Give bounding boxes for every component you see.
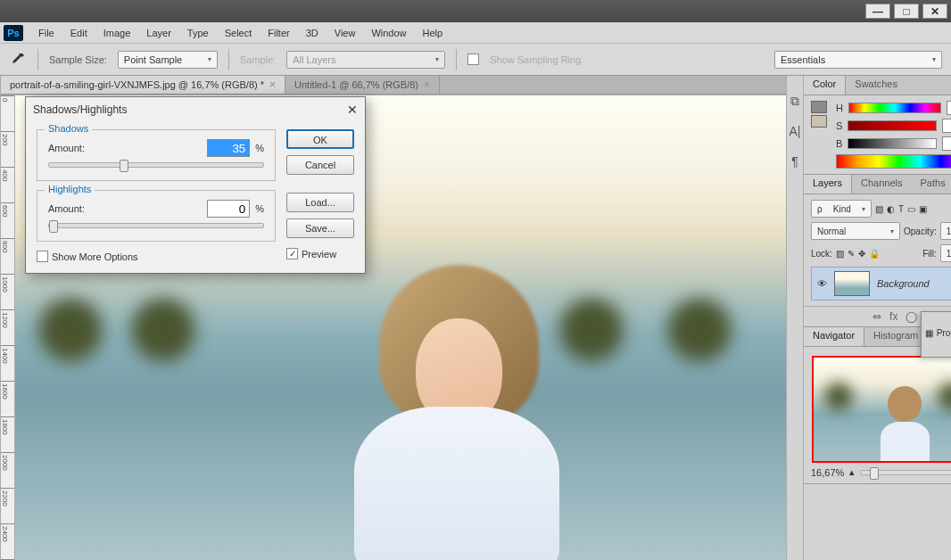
bri-slider[interactable] — [848, 138, 937, 149]
blend-mode-dropdown[interactable]: Normal▾ — [811, 222, 900, 240]
opacity-input[interactable]: 100%▾ — [940, 222, 951, 240]
tab-navigator[interactable]: Navigator — [804, 327, 864, 346]
menu-bar: Ps File Edit Image Layer Type Select Fil… — [0, 22, 951, 44]
tab-layers[interactable]: Layers — [804, 175, 852, 194]
nav-zoom-slider[interactable] — [860, 470, 951, 475]
mask-icon[interactable]: ◯ — [906, 310, 917, 323]
layer-thumbnail[interactable] — [834, 271, 870, 296]
eyedropper-icon[interactable] — [9, 51, 27, 69]
tab-channels[interactable]: Channels — [852, 175, 911, 194]
menu-3d[interactable]: 3D — [298, 26, 327, 40]
dialog-close-icon[interactable]: ✕ — [347, 103, 358, 117]
fx-icon[interactable]: fx — [889, 310, 897, 323]
save-button[interactable]: Save... — [286, 218, 354, 238]
tab-color[interactable]: Color — [804, 76, 846, 95]
filter-shape-icon[interactable]: ▭ — [907, 204, 915, 214]
menu-type[interactable]: Type — [179, 26, 217, 40]
bri-input[interactable] — [942, 136, 951, 151]
document-tab-active[interactable]: portrait-of-a-smiling-girl-VXNJMFS.jpg @… — [1, 76, 285, 94]
menu-edit[interactable]: Edit — [62, 26, 95, 40]
hue-input[interactable] — [947, 101, 951, 115]
tab-histogram[interactable]: Histogram — [864, 327, 927, 346]
shadows-legend: Shadows — [45, 123, 92, 134]
close-button[interactable]: ✕ — [922, 4, 947, 19]
fill-label: Fill: — [922, 249, 937, 259]
sat-input[interactable] — [942, 119, 951, 133]
sat-slider[interactable] — [848, 120, 937, 131]
shadows-amount-input[interactable] — [207, 139, 250, 157]
cancel-button[interactable]: Cancel — [286, 155, 354, 175]
link-icon[interactable]: ⇔ — [872, 310, 881, 323]
title-bar: — □ ✕ — [0, 0, 951, 22]
sample-size-dropdown[interactable]: Point Sample▾ — [118, 51, 218, 69]
panels: Color Swatches ▾≡ H° S% B% Layers — [803, 76, 951, 560]
highlights-slider[interactable] — [48, 223, 264, 228]
layers-panel: Layers Channels Paths ▾≡ ρ Kind▾ ▨ ◐ T ▭… — [804, 175, 951, 327]
character-icon[interactable]: A| — [787, 124, 803, 140]
zoom-out-icon[interactable]: ▴ — [849, 466, 855, 478]
menu-filter[interactable]: Filter — [260, 26, 297, 40]
fill-input[interactable]: 100%▾ — [940, 244, 951, 262]
document-tab[interactable]: Untitled-1 @ 66,7% (RGB/8)× — [285, 76, 440, 94]
navigator-preview[interactable] — [812, 356, 951, 463]
hue-slider[interactable] — [848, 103, 941, 113]
sample-label: Sample: — [240, 54, 276, 65]
shadows-slider[interactable] — [48, 162, 264, 168]
background-swatch[interactable] — [811, 115, 827, 128]
paragraph-icon[interactable]: ¶ — [787, 154, 803, 170]
history-icon[interactable]: ⧉ — [787, 94, 803, 110]
layer-name[interactable]: Background — [877, 278, 930, 289]
properties-label: Proper... — [937, 328, 951, 338]
show-more-checkbox[interactable] — [37, 251, 48, 262]
minimize-button[interactable]: — — [865, 4, 890, 19]
image-subject — [354, 265, 559, 559]
menu-help[interactable]: Help — [415, 26, 451, 40]
maximize-button[interactable]: □ — [894, 4, 919, 19]
properties-panel[interactable]: ◂◂ ✕ ▦ Proper... — [921, 311, 951, 358]
show-more-label: Show More Options — [52, 251, 138, 262]
ok-button[interactable]: OK — [286, 129, 354, 149]
hue-label: H — [836, 103, 843, 113]
shadows-highlights-dialog: Shadows/Highlights ✕ Shadows Amount: % H… — [25, 96, 366, 274]
nav-zoom[interactable]: 16,67% — [811, 467, 844, 478]
highlights-amount-input[interactable] — [207, 200, 250, 218]
filter-type-icon[interactable]: T — [898, 204, 904, 214]
ruler-vertical[interactable]: 0200400600800100012001400160018002000220… — [1, 95, 15, 560]
show-sampling-checkbox[interactable] — [467, 54, 479, 65]
foreground-swatch[interactable] — [811, 101, 827, 113]
menu-view[interactable]: View — [327, 26, 364, 40]
sample-dropdown: All Layers▾ — [286, 51, 445, 69]
close-icon[interactable]: × — [424, 78, 430, 91]
menu-file[interactable]: File — [30, 26, 62, 40]
tab-swatches[interactable]: Swatches — [846, 76, 906, 95]
menu-layer[interactable]: Layer — [138, 26, 179, 40]
lock-trans-icon[interactable]: ▨ — [836, 249, 844, 259]
color-panel: Color Swatches ▾≡ H° S% B% — [804, 76, 951, 175]
tab-paths[interactable]: Paths — [912, 175, 951, 194]
highlights-group: Highlights Amount: % — [37, 190, 276, 242]
lock-pixel-icon[interactable]: ✎ — [848, 249, 855, 259]
opacity-label: Opacity: — [904, 226, 937, 236]
visibility-icon[interactable]: 👁 — [817, 278, 827, 289]
close-icon[interactable]: × — [269, 78, 276, 91]
document-tabs: portrait-of-a-smiling-girl-VXNJMFS.jpg @… — [1, 76, 786, 95]
properties-icon: ▦ — [925, 328, 933, 338]
filter-kind-dropdown[interactable]: ρ Kind▾ — [811, 200, 872, 218]
sample-size-label: Sample Size: — [49, 54, 107, 65]
preview-checkbox[interactable]: ✓ — [286, 248, 298, 259]
highlights-legend: Highlights — [45, 184, 95, 194]
layer-row[interactable]: 👁 Background 🔒 — [811, 267, 951, 301]
color-ramp[interactable] — [836, 154, 951, 169]
lock-all-icon[interactable]: 🔒 — [869, 249, 880, 259]
workspace-dropdown[interactable]: Essentials▾ — [774, 51, 942, 69]
sat-label: S — [836, 120, 842, 131]
menu-window[interactable]: Window — [363, 26, 414, 40]
filter-pixel-icon[interactable]: ▨ — [875, 204, 883, 214]
menu-select[interactable]: Select — [217, 26, 260, 40]
filter-smart-icon[interactable]: ▣ — [919, 204, 927, 214]
load-button[interactable]: Load... — [286, 193, 354, 212]
filter-adjust-icon[interactable]: ◐ — [887, 204, 895, 214]
lock-pos-icon[interactable]: ✥ — [858, 249, 865, 259]
lock-label: Lock: — [811, 249, 832, 259]
menu-image[interactable]: Image — [95, 26, 139, 40]
